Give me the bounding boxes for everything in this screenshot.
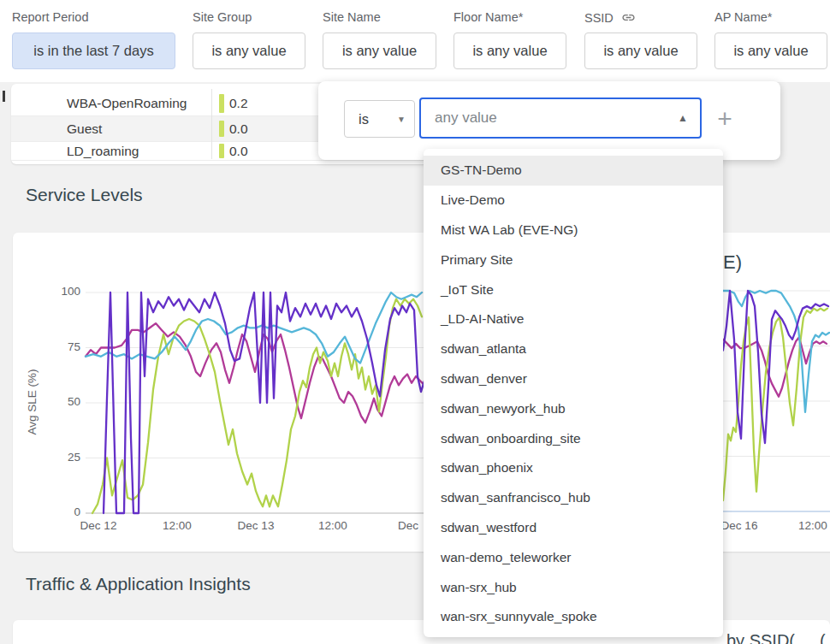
link-icon xyxy=(621,10,636,25)
add-filter-button[interactable]: + xyxy=(709,103,740,134)
filter-label-ssid: SSID xyxy=(584,10,636,25)
y-tick: 75 xyxy=(46,340,80,353)
section-title-service-levels: Service Levels xyxy=(26,185,143,205)
option--iot-site[interactable]: _IoT Site xyxy=(424,275,723,304)
option-sdwan-atlanta[interactable]: sdwan_atlanta xyxy=(424,334,723,364)
option-wan-srx-hub[interactable]: wan-srx_hub xyxy=(424,572,723,602)
operator-select[interactable]: is ▼ xyxy=(344,100,415,138)
filter-label-site-name: Site Name xyxy=(323,10,381,24)
filter-chip-floor-name-[interactable]: is any value xyxy=(454,32,566,69)
option--ld-ai-native[interactable]: _LD-AI-Native xyxy=(424,304,723,334)
right-chart-title-fragment: E) xyxy=(723,251,742,274)
row-name: LD_roaming xyxy=(67,144,139,159)
row-value: 0.0 xyxy=(229,121,248,137)
filter-label-text: Report Period xyxy=(12,10,88,24)
filter-label-ap-name-: AP Name* xyxy=(714,10,772,24)
combobox-placeholder: any value xyxy=(435,109,678,127)
x-tick: Dec 12 xyxy=(68,519,128,532)
option-live-demo[interactable]: Live-Demo xyxy=(424,186,723,216)
x-tick: 12:00 xyxy=(147,519,207,532)
filter-label-text: AP Name* xyxy=(714,10,772,24)
filter-label-report-period: Report Period xyxy=(12,10,88,24)
option-sdwan-westford[interactable]: sdwan_westford xyxy=(424,513,723,543)
option-mist-wa-lab-eve-ng-[interactable]: Mist WA Lab (EVE-NG) xyxy=(424,216,723,245)
y-axis-label: Avg SLE (%) xyxy=(26,369,39,434)
row-value: 0.0 xyxy=(229,144,248,159)
filter-label-text: Site Group xyxy=(193,10,252,24)
filter-chip-ssid[interactable]: is any value xyxy=(584,32,697,69)
filter-label-site-group: Site Group xyxy=(193,10,252,24)
filter-chip-report-period[interactable]: is in the last 7 days xyxy=(12,32,175,69)
value-bar xyxy=(219,94,224,113)
y-tick: 100 xyxy=(46,285,80,298)
section-title-traffic-insights: Traffic & Application Insights xyxy=(26,574,251,594)
option-sdwan-sanfrancisco-hub[interactable]: sdwan_sanfrancisco_hub xyxy=(424,483,723,513)
option-sdwan-onboarding-site[interactable]: sdwan_onboarding_site xyxy=(424,423,723,453)
filter-chip-site-name[interactable]: is any value xyxy=(323,32,436,69)
option-sdwan-phoenix[interactable]: sdwan_phoenix xyxy=(424,453,723,483)
filter-label-text: SSID xyxy=(584,11,614,25)
row-value: 0.2 xyxy=(229,96,248,111)
x-tick: Dec 13 xyxy=(226,519,286,532)
option-sdwan-newyork-hub[interactable]: sdwan_newyork_hub xyxy=(424,393,723,423)
chevron-up-icon: ▲ xyxy=(678,112,688,124)
option-wan-srx-sunnyvale-spoke[interactable]: wan-srx_sunnyvale_spoke xyxy=(424,602,723,632)
chevron-down-icon: ▼ xyxy=(397,115,406,124)
clipped-title-paren: ( xyxy=(820,631,826,644)
y-tick: 25 xyxy=(46,451,80,464)
dashboard-screen: Report Periodis in the last 7 daysSite G… xyxy=(0,0,830,644)
y-tick: 0 xyxy=(46,505,80,518)
x-tick: 12:00 xyxy=(303,519,363,532)
value-bar xyxy=(219,121,224,137)
filter-bar: Report Periodis in the last 7 daysSite G… xyxy=(0,0,830,82)
option-primary-site[interactable]: Primary Site xyxy=(424,245,723,275)
site-options-listbox: GS-TN-DemoLive-DemoMist WA Lab (EVE-NG)P… xyxy=(424,149,723,637)
option-gs-tn-demo[interactable]: GS-TN-Demo xyxy=(424,156,723,186)
x-tick: 12:00 xyxy=(783,519,830,532)
axis-remnant xyxy=(3,91,5,102)
y-tick: 50 xyxy=(46,395,80,408)
filter-label-text: Floor Name* xyxy=(454,10,523,24)
value-combobox[interactable]: any value ▲ xyxy=(419,97,702,139)
option-wan-demo-teleworker[interactable]: wan-demo_teleworker xyxy=(424,542,723,572)
right-line-chart xyxy=(715,282,830,532)
row-name: Guest xyxy=(67,121,102,137)
value-bar xyxy=(219,144,224,158)
filter-chip-ap-name-[interactable]: is any value xyxy=(714,32,827,69)
option-sdwan-denver[interactable]: sdwan_denver xyxy=(424,364,723,394)
operator-value: is xyxy=(359,111,397,127)
column-divider xyxy=(211,89,212,159)
left-line-chart xyxy=(82,282,433,532)
clipped-title-fragment: by SSID( xyxy=(726,631,795,644)
filter-label-text: Site Name xyxy=(323,10,381,24)
filter-chip-site-group[interactable]: is any value xyxy=(193,32,305,69)
filter-label-floor-name-: Floor Name* xyxy=(454,10,523,24)
row-name: WBA-OpenRoaming xyxy=(67,96,187,111)
